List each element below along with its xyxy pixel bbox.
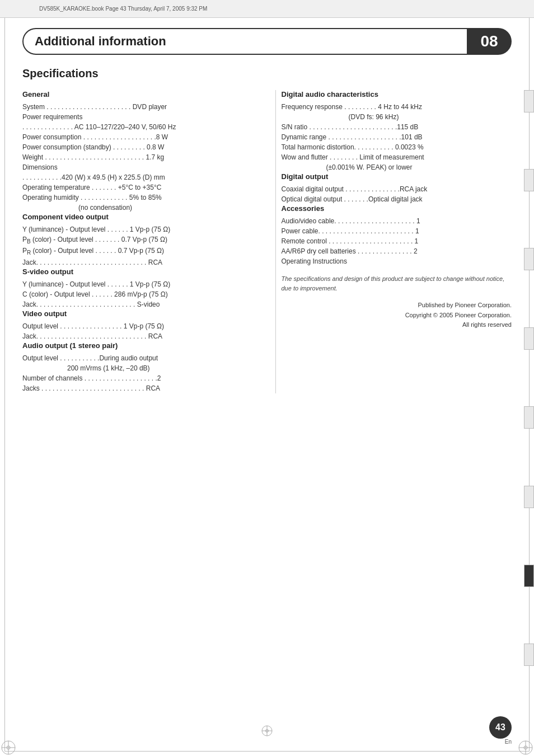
spec-line: Weight . . . . . . . . . . . . . . . . .… (22, 152, 253, 162)
spec-line: Coaxial digital output . . . . . . . . .… (282, 184, 512, 194)
chapter-number-box: 08 (467, 28, 512, 55)
spec-line: Frequency response . . . . . . . . . 4 H… (282, 102, 512, 112)
spec-line: Power consumption (standby) . . . . . . … (22, 142, 253, 152)
spec-line: Y (luminance) - Output level . . . . . .… (22, 224, 253, 234)
spec-line: Dynamic range . . . . . . . . . . . . . … (282, 132, 512, 142)
vtab-6 (524, 486, 534, 508)
audio-output-lines: Output level . . . . . . . . . . .During… (22, 353, 253, 393)
vtab-8 (524, 644, 534, 666)
s-video-title: S-video output (22, 267, 253, 276)
page-number-badge: 43 (489, 716, 512, 739)
left-column: General System . . . . . . . . . . . . .… (22, 90, 259, 393)
spec-line: PB (color) - Output level . . . . . . . … (22, 234, 253, 246)
spec-line: C (color) - Output level . . . . . . 286… (22, 289, 253, 299)
page-number-area: 43 En (489, 716, 512, 745)
general-section: General System . . . . . . . . . . . . .… (22, 90, 253, 213)
spec-line: AA/R6P dry cell batteries . . . . . . . … (282, 246, 512, 256)
spec-line: Jack. . . . . . . . . . . . . . . . . . … (22, 257, 253, 267)
spec-line: (no condensation) (22, 203, 253, 213)
digital-output-section: Digital output Coaxial digital output . … (282, 172, 512, 204)
header-bar: DV585K_KARAOKE.book Page 43 Thursday, Ap… (0, 0, 534, 18)
spec-line: Power consumption . . . . . . . . . . . … (22, 132, 253, 142)
spec-line: System . . . . . . . . . . . . . . . . .… (22, 102, 253, 112)
s-video-lines: Y (luminance) - Output level . . . . . .… (22, 279, 253, 309)
general-lines: System . . . . . . . . . . . . . . . . .… (22, 102, 253, 213)
footer-lang: En (505, 739, 512, 745)
spec-line: Operating humidity . . . . . . . . . . .… (22, 192, 253, 203)
center-reg-mark (260, 724, 274, 738)
accessories-section: Accessories Audio/video cable. . . . . .… (282, 204, 512, 266)
spec-line: (DVD fs: 96 kHz) (282, 112, 512, 122)
page-title: Additional information (35, 34, 166, 49)
footer-center (260, 724, 274, 738)
spec-line: Output level . . . . . . . . . . .During… (22, 353, 253, 363)
main-content: Specifications General System . . . . . … (22, 67, 512, 722)
video-output-title: Video output (22, 309, 253, 318)
spec-line: Jacks . . . . . . . . . . . . . . . . . … (22, 383, 253, 393)
chapter-number: 08 (480, 32, 498, 50)
spec-line: PR (color) - Output level . . . . . . 0.… (22, 246, 253, 257)
spec-line: Operating temperature . . . . . . . +5°C… (22, 182, 253, 192)
chapter-tabs (522, 62, 534, 694)
vtab-4 (524, 327, 534, 350)
spec-line: . . . . . . . . . . . . . . AC 110–127/2… (22, 122, 253, 132)
spec-line: Output level . . . . . . . . . . . . . .… (22, 321, 253, 331)
page-footer: 43 En (22, 716, 512, 745)
spec-line: 200 mVrms (1 kHz, –20 dB) (22, 363, 253, 373)
page-title-box: Additional information (22, 28, 467, 55)
spec-line: Operating Instructions (282, 256, 512, 266)
page-number: 43 (495, 722, 505, 732)
digital-audio-lines: Frequency response . . . . . . . . . 4 H… (282, 102, 512, 172)
spec-line: Y (luminance) - Output level . . . . . .… (22, 279, 253, 289)
vtab-7-active (524, 565, 534, 587)
two-col-layout: General System . . . . . . . . . . . . .… (22, 90, 512, 393)
spec-line: . . . . . . . . . . .420 (W) x 49.5 (H) … (22, 172, 253, 182)
spec-line: Jack. . . . . . . . . . . . . . . . . . … (22, 331, 253, 341)
spec-line: Power requirements (22, 112, 253, 122)
component-video-lines: Y (luminance) - Output level . . . . . .… (22, 224, 253, 267)
audio-output-section: Audio output (1 stereo pair) Output leve… (22, 341, 253, 393)
digital-output-title: Digital output (282, 172, 512, 181)
accessories-lines: Audio/video cable. . . . . . . . . . . .… (282, 216, 512, 266)
spec-line: Dimensions (22, 162, 253, 172)
spec-line: Total harmonic distortion. . . . . . . .… (282, 142, 512, 152)
publisher-note: Published by Pioneer Corporation. Copyri… (282, 300, 512, 330)
vtab-2 (524, 169, 534, 191)
vtab-1 (524, 90, 534, 112)
general-title: General (22, 90, 253, 98)
vtab-3 (524, 248, 534, 270)
right-column: Digital audio characteristics Frequency … (275, 90, 512, 393)
vtab-5 (524, 406, 534, 429)
digital-audio-title: Digital audio characteristics (282, 90, 512, 98)
digital-output-lines: Coaxial digital output . . . . . . . . .… (282, 184, 512, 204)
spec-line: S/N ratio . . . . . . . . . . . . . . . … (282, 122, 512, 132)
page-header: Additional information 08 (22, 28, 512, 55)
digital-audio-section: Digital audio characteristics Frequency … (282, 90, 512, 172)
accessories-title: Accessories (282, 204, 512, 213)
component-video-section: Component video output Y (luminance) - O… (22, 213, 253, 267)
spec-line: Remote control . . . . . . . . . . . . .… (282, 236, 512, 246)
spec-line: Wow and flutter . . . . . . . . Limit of… (282, 152, 512, 162)
spec-line: Power cable. . . . . . . . . . . . . . .… (282, 226, 512, 236)
s-video-section: S-video output Y (luminance) - Output le… (22, 267, 253, 309)
video-output-section: Video output Output level . . . . . . . … (22, 309, 253, 341)
audio-output-title: Audio output (1 stereo pair) (22, 341, 253, 350)
spec-line: Number of channels . . . . . . . . . . .… (22, 373, 253, 383)
spec-line: Jack. . . . . . . . . . . . . . . . . . … (22, 299, 253, 309)
specifications-title: Specifications (22, 67, 512, 80)
file-info: DV585K_KARAOKE.book Page 43 Thursday, Ap… (39, 6, 207, 12)
spec-line: Optical digital output . . . . . . .Opti… (282, 194, 512, 204)
video-output-lines: Output level . . . . . . . . . . . . . .… (22, 321, 253, 341)
spec-line: Audio/video cable. . . . . . . . . . . .… (282, 216, 512, 226)
italic-note: The specifications and design of this pr… (282, 274, 512, 293)
component-video-title: Component video output (22, 213, 253, 221)
spec-line: (±0.001% W. PEAK) or lower (282, 162, 512, 172)
